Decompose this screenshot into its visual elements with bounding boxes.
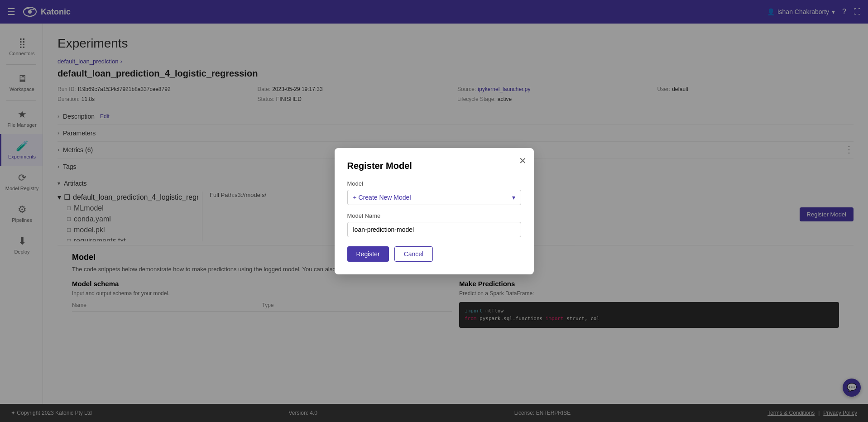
dropdown-chevron-icon: ▾ bbox=[512, 194, 515, 201]
model-dropdown-value: + Create New Model bbox=[353, 194, 411, 201]
modal-overlay[interactable]: Register Model ✕ Model + Create New Mode… bbox=[0, 0, 868, 422]
modal-title: Register Model bbox=[347, 161, 521, 171]
modal-actions: Register Cancel bbox=[347, 246, 521, 262]
register-model-modal: Register Model ✕ Model + Create New Mode… bbox=[335, 148, 534, 274]
model-dropdown-group: Model + Create New Model ▾ bbox=[347, 180, 521, 205]
register-button[interactable]: Register bbox=[347, 246, 389, 262]
model-dropdown-label: Model bbox=[347, 180, 521, 187]
model-name-label: Model Name bbox=[347, 212, 521, 219]
model-name-input[interactable] bbox=[347, 222, 521, 237]
cancel-button[interactable]: Cancel bbox=[394, 246, 433, 262]
model-name-group: Model Name bbox=[347, 212, 521, 237]
modal-close-button[interactable]: ✕ bbox=[519, 155, 527, 166]
model-dropdown[interactable]: + Create New Model ▾ bbox=[347, 190, 521, 205]
